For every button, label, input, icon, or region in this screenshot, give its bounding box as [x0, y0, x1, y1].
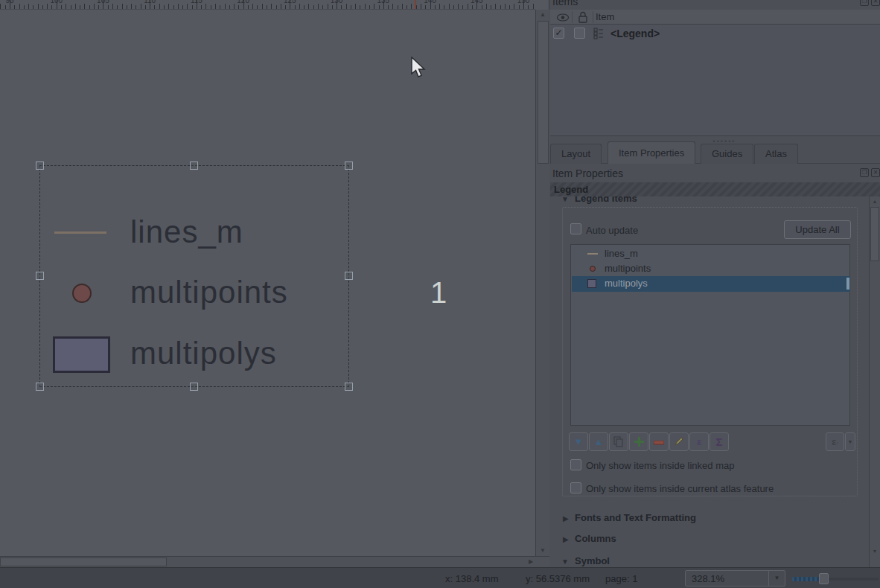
move-up-button[interactable]: ▲: [589, 432, 608, 451]
ruler-tick-label: 125: [284, 0, 296, 4]
ruler-tick-label: 120: [237, 0, 249, 4]
ruler-tick-label: 115: [191, 0, 203, 4]
copy-button[interactable]: [609, 432, 628, 451]
resize-handle-e[interactable]: [345, 272, 353, 280]
copy-icon: [613, 436, 624, 447]
dock-tabbar: Layout Item Properties Guides Atlas: [550, 141, 880, 164]
tab-atlas[interactable]: Atlas: [754, 144, 798, 164]
cursor-y-readout: y: 56.5376 mm: [526, 573, 590, 584]
plus-icon: [634, 437, 644, 447]
right-dock: Items ❐ ✕ Item ✓ <Legend>: [550, 0, 880, 567]
lock-checkbox[interactable]: [574, 28, 585, 39]
move-down-button[interactable]: ▼: [569, 432, 588, 451]
scrollbar-thumb[interactable]: [870, 207, 879, 261]
scrollbar-thumb[interactable]: [0, 557, 167, 566]
resize-handle-ne[interactable]: [345, 162, 353, 170]
items-tree-row[interactable]: ✓ <Legend>: [550, 25, 880, 42]
items-column-header: Item: [596, 11, 614, 22]
layout-canvas[interactable]: 95100105110115120125130135140145150 line…: [0, 0, 549, 567]
zoom-combobox[interactable]: 328.1% ▼: [685, 570, 785, 587]
legend-items-group: Auto update Update All lines_m multipoin…: [562, 207, 858, 496]
filter-expression-button[interactable]: ε▫: [826, 432, 844, 451]
tab-layout[interactable]: Layout: [550, 144, 602, 164]
panel-scrollbar[interactable]: ▲ ▼: [869, 196, 880, 567]
atlas-feature-checkbox[interactable]: [570, 482, 581, 493]
tab-guides[interactable]: Guides: [701, 144, 753, 164]
item-type-label: Legend: [554, 184, 588, 195]
section-symbol[interactable]: Symbol: [575, 555, 610, 566]
scroll-up-icon[interactable]: ▲: [870, 197, 880, 206]
auto-update-checkbox[interactable]: [570, 223, 581, 234]
legend-label: multipoints: [130, 275, 288, 310]
canvas-horizontal-scrollbar[interactable]: ▶: [0, 556, 549, 567]
legend-item-icon: [593, 28, 605, 39]
auto-update-label: Auto update: [586, 225, 638, 236]
resize-handle-nw[interactable]: [36, 162, 44, 170]
add-button[interactable]: [629, 432, 648, 451]
chevron-right-icon[interactable]: ▶: [563, 535, 569, 543]
resize-handle-n[interactable]: [190, 162, 198, 170]
section-columns[interactable]: Columns: [575, 533, 616, 544]
chevron-down-icon[interactable]: ▼: [768, 571, 785, 586]
item-row-label: <Legend>: [610, 28, 660, 39]
ruler-tick-label: 100: [50, 0, 63, 4]
ruler-tick-label: 135: [377, 0, 389, 4]
page-number-overlay: 1: [430, 276, 447, 310]
remove-button[interactable]: [649, 432, 669, 451]
item-properties-title: Item Properties: [552, 167, 623, 179]
point-symbol: [590, 266, 596, 272]
float-panel-icon[interactable]: ❐: [860, 168, 869, 177]
chevron-down-icon[interactable]: ▼: [561, 557, 569, 566]
resize-handle-se[interactable]: [345, 383, 353, 391]
legend-list-toolbar: ▼ ▲: [563, 432, 858, 452]
tab-item-properties[interactable]: Item Properties: [608, 141, 695, 164]
atlas-feature-label: Only show items inside current atlas fea…: [586, 483, 774, 494]
ruler-tick-label: 130: [331, 0, 343, 4]
item-properties-scroll: ▼ Legend Items Auto update Update All li…: [550, 192, 869, 567]
expression-button[interactable]: ε: [689, 432, 709, 451]
canvas-vertical-scrollbar[interactable]: ▲ ▼: [535, 10, 549, 556]
list-scroll-indicator: [846, 278, 849, 290]
list-item[interactable]: multipoints: [572, 261, 850, 276]
edit-button[interactable]: [669, 432, 689, 451]
resize-handle-s[interactable]: [190, 383, 198, 391]
legend-items-list[interactable]: lines_m multipoints multipolys: [570, 244, 850, 426]
ruler-tick-label: 110: [144, 0, 156, 4]
update-all-button[interactable]: Update All: [784, 220, 851, 239]
float-panel-icon[interactable]: ❐: [860, 0, 869, 6]
chevron-right-icon[interactable]: ▶: [563, 514, 569, 523]
status-bar: x: 138.4 mm y: 56.5376 mm page: 1 328.1%…: [0, 567, 880, 588]
ruler-tick-label: 105: [97, 0, 109, 4]
list-item[interactable]: lines_m: [572, 246, 850, 261]
linked-map-label: Only show items inside linked map: [586, 460, 734, 471]
line-symbol: [587, 253, 598, 255]
polygon-symbol: [587, 279, 596, 288]
close-panel-icon[interactable]: ✕: [871, 168, 880, 177]
lock-icon: [578, 11, 588, 23]
zoom-value: 328.1%: [692, 573, 724, 584]
visibility-checkbox[interactable]: ✓: [553, 28, 564, 39]
scrollbar-thumb[interactable]: [538, 21, 549, 164]
page-readout: page: 1: [605, 573, 637, 584]
scroll-up-icon[interactable]: ▲: [536, 10, 549, 19]
section-fonts[interactable]: Fonts and Text Formatting: [575, 512, 696, 523]
scroll-down-icon[interactable]: ▼: [536, 546, 549, 555]
close-panel-icon[interactable]: ✕: [871, 0, 880, 6]
linked-map-checkbox[interactable]: [570, 459, 581, 470]
mouse-cursor: [410, 57, 428, 80]
resize-handle-w[interactable]: [36, 272, 44, 280]
zoom-slider-handle[interactable]: [819, 573, 829, 584]
resize-handle-sw[interactable]: [36, 383, 44, 391]
filter-dropdown-button[interactable]: ▼: [845, 432, 855, 451]
ruler-tick-label: 150: [517, 0, 530, 4]
scroll-down-icon[interactable]: ▼: [870, 547, 880, 556]
polygon-symbol: [53, 336, 110, 373]
minus-icon: [654, 441, 664, 445]
items-tree-header: Item: [550, 10, 880, 25]
eye-icon: [556, 13, 570, 22]
ruler-tick-label: 145: [471, 0, 483, 4]
scroll-right-icon[interactable]: ▶: [526, 557, 536, 566]
sum-button[interactable]: Σ: [710, 432, 729, 451]
items-tree[interactable]: Item ✓ <Legend> ••••••: [550, 10, 880, 136]
list-item-selected[interactable]: multipolys: [572, 276, 850, 292]
